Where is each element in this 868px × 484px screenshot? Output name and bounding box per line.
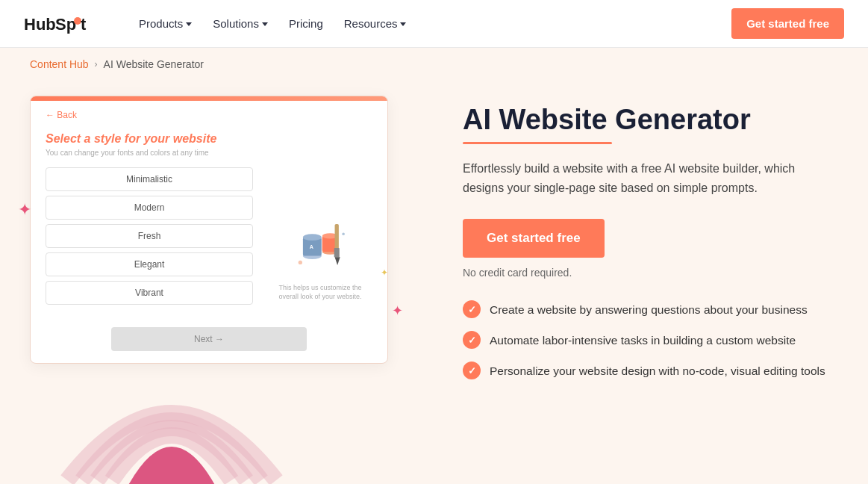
chevron-down-icon <box>262 22 268 26</box>
no-credit-card-label: No credit card required. <box>463 267 838 279</box>
hubspot-logo[interactable]: Hub Sp t <box>24 10 106 37</box>
svg-text:Hub: Hub <box>24 15 56 34</box>
check-icon-3 <box>463 362 481 379</box>
check-icon-1 <box>463 300 481 318</box>
nav-left: Hub Sp t Products Solutions Pricing Reso… <box>24 10 415 37</box>
breadcrumb: Content Hub › AI Website Generator <box>0 48 868 81</box>
title-underline <box>463 142 612 144</box>
card-caption: This helps us customize the overall look… <box>268 283 372 302</box>
card-body: Select a style for your website You can … <box>31 126 387 327</box>
style-options-section: Select a style for your website You can … <box>46 132 253 309</box>
svg-text:Sp: Sp <box>55 15 76 34</box>
breadcrumb-separator: › <box>95 59 98 69</box>
feature-item-2: Automate labor-intensive tasks in buildi… <box>463 330 838 349</box>
page-title: AI Website Generator <box>463 103 838 137</box>
website-style-illustration: A <box>283 217 357 277</box>
feature-text-3: Personalize your website design with no-… <box>490 361 825 379</box>
feature-item-1: Create a website by answering questions … <box>463 300 838 318</box>
nav-cta-button[interactable]: Get started free <box>731 8 844 39</box>
card-illustration-section: A This helps us customize the ove <box>268 132 372 309</box>
hero-cta-button[interactable]: Get started free <box>463 219 605 258</box>
svg-point-14 <box>299 261 302 264</box>
page-description: Effortlessly build a website with a free… <box>463 159 836 199</box>
sparkle-decoration: ✦ <box>18 200 31 220</box>
nav-resources[interactable]: Resources <box>335 11 416 36</box>
svg-text:A: A <box>310 244 313 250</box>
feature-text-1: Create a website by answering questions … <box>490 300 808 318</box>
card-title: Select a style for your website <box>46 132 253 146</box>
nav-solutions[interactable]: Solutions <box>204 11 277 36</box>
text-section: AI Website Generator Effortlessly build … <box>463 96 838 379</box>
navbar: Hub Sp t Products Solutions Pricing Reso… <box>0 0 868 48</box>
style-option-fresh[interactable]: Fresh <box>46 224 253 248</box>
sparkle-decoration-2: ✦ <box>381 267 388 278</box>
back-button[interactable]: ← Back <box>46 110 77 120</box>
feature-text-2: Automate labor-intensive tasks in buildi… <box>490 330 796 349</box>
svg-rect-12 <box>334 248 340 257</box>
breadcrumb-current: AI Website Generator <box>104 58 204 70</box>
svg-marker-13 <box>335 257 340 265</box>
card-header: ← Back <box>31 101 387 126</box>
breadcrumb-link[interactable]: Content Hub <box>30 58 89 70</box>
chevron-down-icon <box>186 22 192 26</box>
svg-point-6 <box>303 234 322 241</box>
svg-text:t: t <box>81 15 87 34</box>
feature-list: Create a website by answering questions … <box>463 300 838 379</box>
sparkle-decoration-3: ✦ <box>392 302 403 319</box>
style-option-modern[interactable]: Modern <box>46 196 253 220</box>
preview-section: ✦ ✦ ✦ ← Back Select a style for your web… <box>30 96 418 364</box>
svg-point-15 <box>342 232 345 235</box>
nav-links: Products Solutions Pricing Resources <box>130 11 415 36</box>
card-subtitle: You can change your fonts and colors at … <box>46 149 253 157</box>
feature-item-3: Personalize your website design with no-… <box>463 361 838 379</box>
style-option-minimalistic[interactable]: Minimalistic <box>46 167 253 191</box>
rainbow-decoration <box>60 331 284 484</box>
chevron-down-icon <box>400 22 406 26</box>
nav-products[interactable]: Products <box>130 11 201 36</box>
style-option-vibrant[interactable]: Vibrant <box>46 281 253 305</box>
svg-rect-11 <box>335 224 339 251</box>
style-option-elegant[interactable]: Elegant <box>46 252 253 276</box>
nav-pricing[interactable]: Pricing <box>280 11 332 36</box>
check-icon-2 <box>463 331 481 349</box>
preview-card: ← Back Select a style for your website Y… <box>30 96 388 364</box>
main-content: ✦ ✦ ✦ ← Back Select a style for your web… <box>0 81 868 379</box>
